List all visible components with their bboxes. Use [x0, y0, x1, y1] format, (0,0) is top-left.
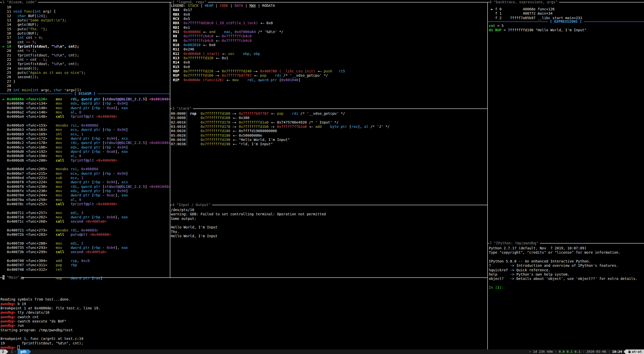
text-segment: BUF[ — [26, 14, 37, 18]
text-segment: 26 second( — [1, 75, 32, 79]
text-segment — [83, 219, 85, 223]
text-segment: 0x400716 <func+262> — [1, 215, 56, 219]
text-segment: 0x400696 <func+134> — [1, 101, 56, 105]
pane-ipython[interactable]: 7 "IPython: tmp/pwndbg" Python 2.7.17 (d… — [488, 243, 644, 349]
text-segment — [62, 154, 71, 158]
text-segment: - — [100, 180, 107, 184]
text-segment: r15 — [339, 69, 345, 73]
text-segment: ◂— 0x1 — [213, 56, 228, 60]
text-segment: ◂— — [220, 52, 228, 56]
text-segment: 0x40080d — [184, 30, 201, 34]
terminal-line: f 1 400772 main+34 — [489, 11, 582, 16]
terminal-line: R11 0x246 — [171, 47, 345, 51]
text-segment — [1, 332, 3, 336]
text-segment: call — [56, 158, 64, 162]
terminal-line: 02:0010│ 0x7fffffffd170 —▸ 0x7fffffffd1a… — [171, 120, 390, 125]
text-segment — [62, 241, 71, 245]
text-segment: [ — [100, 128, 105, 132]
pane-backtrace-expressions[interactable]: 6 "backtrace, expressions, args" ► f 0 4… — [488, 0, 644, 243]
text-segment: , — [77, 128, 81, 132]
text-segment: 2 — [81, 241, 83, 245]
pane-main-console[interactable]: 5 "Main" Reading symbols from test...don… — [0, 277, 487, 349]
text-segment: 0xc0 — [81, 259, 90, 263]
text-segment: pwndbg> — [1, 315, 17, 319]
text-segment: —▸ — [213, 73, 222, 77]
text-segment: —▸ — [213, 69, 222, 73]
terminal-line: 0x400704 <func+244> mov dword ptr [rbp -… — [1, 193, 170, 197]
text-segment: dword ptr — [81, 171, 100, 175]
text-segment: 1 "disasm, code" — [3, 0, 37, 4]
terminal-line: 0x4006bc <func+172> mov dword ptr [rbp -… — [1, 136, 170, 141]
window-tab-gdb[interactable]: gdb — [18, 349, 28, 354]
terminal-line: 6 "backtrace, expressions, args" — [490, 0, 558, 4]
text-segment: <0x400490> — [96, 114, 117, 119]
ipython-banner: Python 2.7.17 (default, Nov 7 2019, 10:0… — [489, 246, 637, 290]
text-segment: eax — [122, 193, 128, 197]
text-segment: %d — [54, 53, 58, 57]
text-segment: [ — [90, 150, 94, 154]
pane-legend-regs[interactable]: 2 "legend, regs" LEGEND: STACK | HEAP | … — [170, 0, 487, 108]
text-segment: ] — [126, 189, 128, 193]
text-segment — [64, 114, 71, 119]
text-segment: 19 fprintf(stdout, "%d\n", cnt); — [1, 341, 83, 345]
pane-stack[interactable]: 3 "stack" 00:0000│ rsp 0x7fffffffd160 —▸… — [170, 108, 487, 205]
text-segment — [62, 211, 71, 215]
text-segment — [62, 150, 71, 154]
text-segment — [69, 167, 71, 171]
terminal-line — [1, 293, 100, 297]
text-segment: \n", cnt); — [58, 53, 79, 57]
text-segment: 0x4006a2 <func+146> — [1, 110, 56, 114]
text-segment: | — [228, 4, 235, 8]
text-segment: mov — [56, 136, 62, 140]
text-segment: 2 "legend, regs" — [172, 0, 206, 4]
text-segment — [62, 263, 71, 267]
text-segment — [62, 101, 71, 105]
text-segment: f 1 400772 main+34 — [489, 11, 553, 15]
terminal-line: 06:0030│ 0x7fffffffd190 ◂— "Hello World,… — [171, 138, 390, 142]
text-segment: 0x4006d6 <func+198> — [1, 154, 56, 158]
text-segment: RBP — [171, 69, 184, 73]
text-segment: ◂— — [251, 73, 260, 77]
window-index[interactable]: 1 — [11, 349, 13, 354]
terminal-line: 10 — [1, 5, 85, 9]
text-segment: add — [315, 125, 321, 129]
text-segment: RDI — [171, 25, 184, 30]
session-badge[interactable]: 2 — [0, 349, 6, 354]
terminal-line: 0x4006d8 <func+200> call fprintf@plt <0x… — [1, 158, 170, 163]
expressions-section-header: [ EXPRESSIONS ] — [548, 19, 584, 24]
pane-border — [170, 108, 487, 109]
text-segment: 16 puts(BUF); — [1, 31, 39, 35]
text-segment: ] — [126, 128, 128, 132]
text-segment: - — [111, 189, 117, 193]
text-segment: rsi — [71, 167, 77, 171]
text-segment: movabs — [56, 123, 69, 127]
terminal-line: %quickref -> Quick reference. — [489, 268, 637, 272]
text-segment — [1, 280, 3, 284]
terminal-line: R10 0x602010 ◂— 0x0 — [171, 43, 345, 47]
text-segment: , — [77, 101, 81, 105]
text-segment: 1 — [497, 285, 499, 289]
terminal-line: 26 second(2); — [1, 75, 85, 79]
text-segment — [1, 237, 3, 241]
text-segment — [188, 111, 190, 115]
text-segment: - — [111, 171, 117, 175]
text-segment: ], — [115, 180, 121, 184]
pane-disasm-code[interactable]: 1 "disasm, code" 10 11 void func(int arg… — [0, 0, 170, 277]
text-segment: 5 — [32, 40, 34, 44]
text-segment: 0 — [79, 110, 81, 114]
text-segment: 0x40071c <func+268> — [1, 219, 56, 223]
text-segment: dword ptr — [71, 193, 90, 197]
text-segment — [215, 30, 224, 34]
terminal-line — [1, 163, 170, 167]
text-segment: 0xa8 — [107, 150, 115, 154]
text-segment: 0x5 — [184, 17, 190, 21]
text-segment: ( — [32, 9, 34, 13]
text-segment: —▸ — [269, 125, 277, 129]
text-segment: ; — [35, 49, 37, 53]
text-segment: 0x1 — [184, 25, 190, 30]
text-segment: 00:0000 — [171, 111, 186, 115]
terminal-line: RBP 0x7fffffffd220 —▸ 0x7fffffffd240 —▸ … — [171, 69, 345, 73]
pane-io[interactable]: 4 "Input / Output" /dev/pts/10warning: G… — [170, 205, 487, 277]
text-segment: mov — [56, 189, 62, 193]
text-segment: 0x17 — [184, 8, 192, 12]
